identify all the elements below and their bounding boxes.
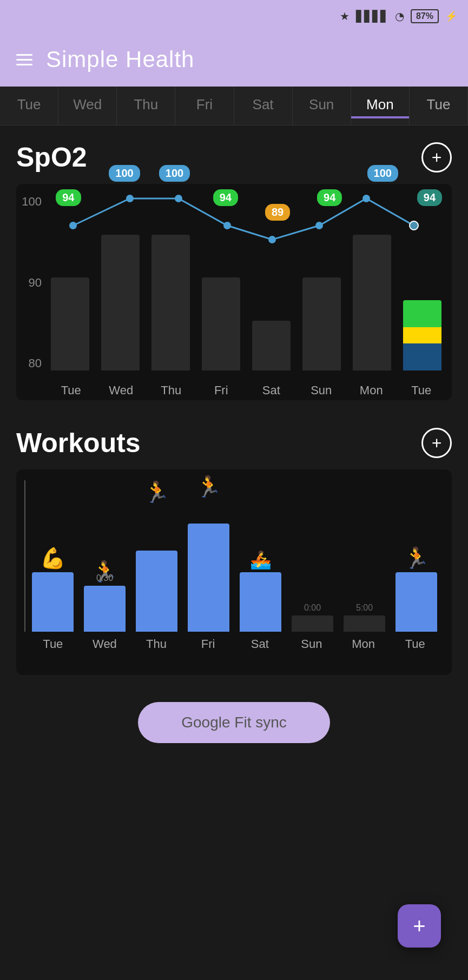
- spo2-add-button[interactable]: +: [421, 142, 452, 173]
- day-scroll-mon[interactable]: Mon: [351, 87, 410, 125]
- workout-bar-fill-sun: [292, 615, 333, 632]
- wx-label-wed: Wed: [79, 637, 131, 651]
- label-tue1: 94: [56, 189, 81, 206]
- wx-label-tue1: Tue: [27, 637, 79, 651]
- day-scroll-tue1[interactable]: Tue: [0, 87, 58, 125]
- dot-tue1: [69, 222, 77, 229]
- workout-bar-fill-thu: [136, 551, 177, 632]
- y-label-100: 100: [22, 195, 42, 209]
- workout-bar-fill-sat: [240, 572, 281, 632]
- workout-bar-fill-tue1: [32, 572, 74, 632]
- google-fit-sync-button[interactable]: Google Fit sync: [138, 702, 330, 743]
- workout-bar-fill-tue2: [396, 572, 437, 632]
- charging-icon: ⚡: [445, 10, 457, 22]
- battery-indicator: 87%: [411, 9, 439, 23]
- day-scroll-bar[interactable]: Tue Wed Thu Fri Sat Sun Mon Tue: [0, 87, 468, 125]
- dot-fri: [223, 222, 231, 229]
- spo2-section: SpO2 + 100 90 80: [0, 125, 468, 406]
- status-bar: ★ ▋▋▋▋ ◔ 87% ⚡: [0, 0, 468, 32]
- x-label-sun: Sun: [296, 383, 347, 398]
- wx-label-fri: Fri: [182, 637, 234, 651]
- dot-thu: [175, 195, 182, 202]
- spo2-x-labels: Tue Wed Thu Fri Sat Sun Mon Tue: [46, 383, 446, 398]
- workout-bars-container: 💪 🏃 0:30 🏃 🏃 🚣: [24, 480, 444, 632]
- day-scroll-thu[interactable]: Thu: [117, 87, 175, 125]
- fab-add-button[interactable]: +: [398, 904, 441, 948]
- workout-bar-tue1: 💪: [28, 480, 77, 632]
- bluetooth-icon: ★: [340, 10, 350, 23]
- app-header: Simple Health: [0, 32, 468, 87]
- x-label-mon: Mon: [346, 383, 397, 398]
- wx-label-thu: Thu: [130, 637, 182, 651]
- workout-x-labels: Tue Wed Thu Fri Sat Sun Mon Tue: [24, 637, 444, 651]
- x-label-wed: Wed: [96, 383, 147, 398]
- x-label-tue2: Tue: [397, 383, 447, 398]
- workout-icon-tue2: 🏃: [404, 546, 429, 570]
- wx-label-tue2: Tue: [389, 637, 441, 651]
- workout-duration-wed: 0:30: [96, 573, 113, 583]
- spo2-title: SpO2: [16, 142, 87, 173]
- day-scroll-fri[interactable]: Fri: [175, 87, 234, 125]
- x-label-sat: Sat: [246, 383, 296, 398]
- wx-label-mon: Mon: [338, 637, 390, 651]
- workout-bar-fill-mon: [344, 615, 385, 632]
- workout-icon-tue1: 💪: [40, 546, 65, 570]
- hamburger-menu[interactable]: [16, 54, 32, 65]
- dot-sun: [315, 222, 323, 229]
- wx-label-sat: Sat: [234, 637, 286, 651]
- wx-label-sun: Sun: [286, 637, 338, 651]
- dot-mon: [362, 195, 370, 202]
- x-label-fri: Fri: [196, 383, 247, 398]
- dot-tue2: [410, 221, 418, 230]
- dot-sat: [268, 236, 276, 243]
- spo2-line-svg: [46, 192, 446, 370]
- app-title: Simple Health: [46, 47, 194, 72]
- workout-bar-thu: 🏃: [132, 480, 181, 632]
- spo2-chart-area: 94 100 100 94 89 94 100 94: [46, 192, 446, 370]
- workouts-chart: 💪 🏃 0:30 🏃 🏃 🚣: [16, 469, 452, 675]
- day-scroll-sun[interactable]: Sun: [293, 87, 351, 125]
- y-label-90: 90: [29, 276, 42, 290]
- label-fri: 94: [213, 189, 238, 206]
- workout-duration-mon: 5:00: [356, 603, 373, 613]
- workout-bar-wed: 🏃 0:30: [80, 480, 129, 632]
- workout-duration-sun: 0:00: [304, 603, 321, 613]
- workouts-section: Workouts + 💪 🏃 0:30 🏃: [0, 411, 468, 680]
- day-scroll-sat[interactable]: Sat: [234, 87, 293, 125]
- workouts-header: Workouts +: [16, 427, 452, 459]
- workouts-add-button[interactable]: +: [421, 428, 452, 458]
- workout-bar-sat: 🚣: [236, 480, 285, 632]
- footer: Google Fit sync: [0, 680, 468, 759]
- x-label-tue1: Tue: [46, 383, 96, 398]
- day-scroll-wed[interactable]: Wed: [58, 87, 117, 125]
- workout-bar-tue2: 🏃: [392, 480, 441, 632]
- dot-wed: [126, 195, 134, 202]
- workouts-title: Workouts: [16, 427, 141, 459]
- y-label-80: 80: [29, 356, 42, 370]
- workout-bar-fill-fri: [188, 524, 229, 632]
- spo2-chart: 100 90 80: [16, 184, 452, 400]
- day-scroll-tue2[interactable]: Tue: [410, 87, 468, 125]
- wifi-icon: ◔: [395, 10, 404, 23]
- workout-icon-fri: 🏃: [196, 475, 221, 499]
- workout-bar-mon: 5:00: [340, 480, 389, 632]
- workout-bar-fill-wed: 0:30: [84, 586, 126, 632]
- workout-icon-sat: 🚣: [250, 549, 272, 570]
- label-sat: 89: [265, 204, 290, 221]
- signal-bars: ▋▋▋▋: [356, 10, 388, 23]
- workout-bar-sun: 0:00: [288, 480, 337, 632]
- workout-bar-fri: 🏃: [184, 480, 233, 632]
- label-thu: 100: [159, 165, 190, 182]
- label-wed: 100: [109, 165, 140, 182]
- label-sun: 94: [317, 189, 342, 206]
- label-mon: 100: [367, 165, 398, 182]
- x-label-thu: Thu: [146, 383, 196, 398]
- label-tue2: 94: [417, 189, 442, 206]
- workout-icon-thu: 🏃: [144, 480, 169, 504]
